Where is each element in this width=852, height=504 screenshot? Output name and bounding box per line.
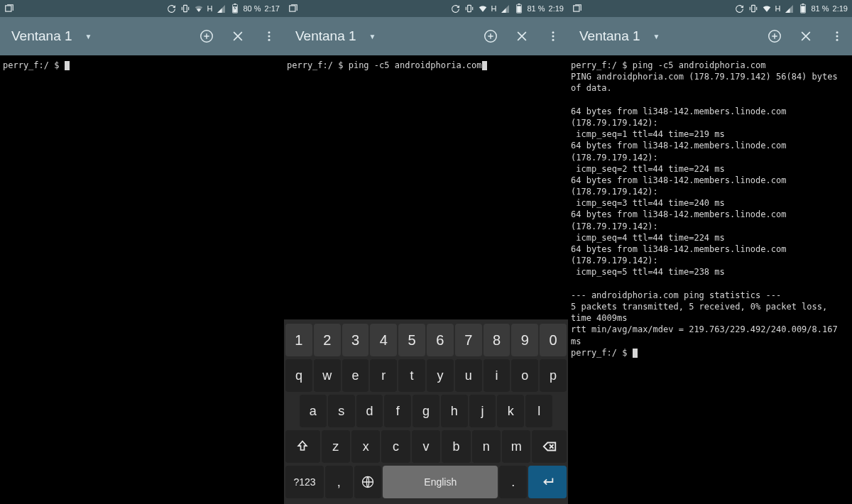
key-f[interactable]: f [384,395,411,427]
key-9[interactable]: 9 [511,324,538,356]
key-s[interactable]: s [328,395,355,427]
backspace-key[interactable] [532,430,567,463]
key-7[interactable]: 7 [455,324,482,356]
key-t[interactable]: t [398,359,425,392]
window-dropdown[interactable]: Ventana 1 ▼ [579,28,660,44]
symbols-key[interactable]: ?123 [285,466,324,498]
key-z[interactable]: z [322,430,350,463]
app-toolbar: Ventana 1 ▼ [284,17,568,55]
battery-text: 81 % [812,4,829,13]
net-letter: H [491,4,497,13]
close-icon[interactable] [230,28,246,44]
key-0[interactable]: 0 [540,324,567,356]
key-m[interactable]: m [502,430,530,463]
wifi-icon [194,4,204,13]
overflow-menu-icon[interactable] [829,28,845,44]
clock-text: 2:19 [833,4,848,13]
key-3[interactable]: 3 [342,324,369,356]
overflow-menu-icon[interactable] [545,28,561,44]
key-e[interactable]: e [342,359,369,392]
add-window-icon[interactable] [483,28,498,44]
key-d[interactable]: d [356,395,383,427]
window-dropdown[interactable]: Ventana 1 ▼ [11,28,92,44]
svg-point-7 [268,35,271,38]
wifi-icon [478,4,488,13]
soft-keyboard: 1234567890qwertyuiopasdfghjklzxcvbnm?123… [284,319,568,504]
shift-key[interactable] [285,430,320,463]
clock-text: 2:17 [265,4,280,13]
key-p[interactable]: p [540,359,567,392]
key-n[interactable]: n [472,430,501,463]
svg-point-15 [552,31,555,33]
vibrate-icon [180,4,190,13]
window-dropdown[interactable]: Ventana 1 ▼ [295,28,376,44]
net-letter: H [207,4,213,13]
key-r[interactable]: r [370,359,397,392]
key-c[interactable]: c [381,430,410,463]
svg-rect-1 [183,5,187,11]
svg-rect-3 [234,4,236,4]
svg-rect-13 [517,6,521,13]
key-1[interactable]: 1 [285,324,312,356]
key-o[interactable]: o [511,359,538,392]
tabs-icon [572,4,582,13]
vibrate-icon [748,4,758,13]
key-k[interactable]: k [497,395,524,427]
key-6[interactable]: 6 [427,324,454,356]
vibrate-icon [464,4,474,13]
battery-text: 80 % [244,4,261,13]
comma-key[interactable]: , [325,466,353,498]
svg-point-17 [552,39,555,41]
key-w[interactable]: w [314,359,341,392]
key-g[interactable]: g [413,395,439,427]
key-y[interactable]: y [427,359,454,392]
key-h[interactable]: h [441,395,468,427]
add-window-icon[interactable] [199,28,214,44]
svg-rect-23 [801,6,805,13]
key-b[interactable]: b [442,430,470,463]
chevron-down-icon: ▼ [85,33,92,40]
key-2[interactable]: 2 [314,324,341,356]
period-key[interactable]: . [499,466,527,498]
key-j[interactable]: j [469,395,496,427]
window-title: Ventana 1 [295,28,356,44]
svg-rect-9 [290,6,295,11]
window-title: Ventana 1 [11,28,72,44]
close-icon[interactable] [798,28,814,44]
svg-rect-0 [6,6,11,11]
key-v[interactable]: v [412,430,440,463]
status-bar: H 81 % 2:19 [568,0,852,17]
app-toolbar: Ventana 1 ▼ [568,17,852,55]
key-u[interactable]: u [455,359,482,392]
add-window-icon[interactable] [767,28,782,44]
svg-point-8 [268,39,271,41]
key-x[interactable]: x [351,430,380,463]
chevron-down-icon: ▼ [653,33,660,40]
close-icon[interactable] [514,28,530,44]
signal-icon [785,4,794,13]
svg-point-16 [552,35,555,38]
battery-icon [798,4,808,13]
wifi-icon [762,4,772,13]
terminal-output[interactable]: perry_f:/ $ [0,55,284,504]
key-a[interactable]: a [300,395,327,427]
status-bar: H 80 % 2:17 [0,0,284,17]
svg-rect-12 [518,4,520,4]
enter-key[interactable] [528,466,567,498]
space-key[interactable]: English [383,466,498,498]
svg-rect-22 [802,4,804,4]
signal-icon [501,4,510,13]
key-5[interactable]: 5 [398,324,425,356]
key-q[interactable]: q [285,359,312,392]
svg-rect-19 [574,6,579,11]
terminal-output[interactable]: perry_f:/ $ ping -c5 androidphoria.com P… [568,55,852,504]
app-toolbar: Ventana 1 ▼ [0,17,284,55]
key-i[interactable]: i [484,359,510,392]
key-4[interactable]: 4 [370,324,397,356]
language-key[interactable] [354,466,382,498]
key-8[interactable]: 8 [484,324,510,356]
overflow-menu-icon[interactable] [261,28,277,44]
battery-icon [230,4,240,13]
tabs-icon [288,4,298,13]
key-l[interactable]: l [525,395,552,427]
